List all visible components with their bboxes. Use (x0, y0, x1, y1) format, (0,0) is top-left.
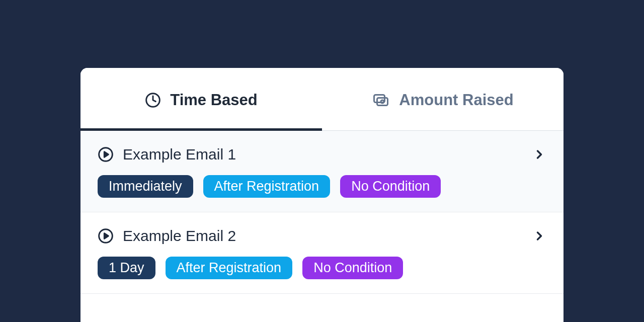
svg-marker-5 (104, 152, 108, 157)
play-circle-icon (98, 228, 114, 244)
chevron-right-icon (532, 229, 546, 243)
clock-icon (145, 92, 161, 108)
condition-badge: No Condition (340, 175, 441, 198)
play-circle-icon (98, 146, 114, 163)
email-list: Example Email 1 Immediately After Regist… (80, 131, 564, 294)
svg-marker-7 (104, 233, 108, 239)
tab-label: Amount Raised (399, 91, 513, 109)
email-header: Example Email 2 (98, 227, 546, 245)
tab-amount-raised[interactable]: Amount Raised (322, 68, 564, 130)
chevron-right-icon (532, 147, 546, 162)
email-title: Example Email 1 (123, 146, 523, 163)
timing-badge: Immediately (98, 175, 193, 198)
tab-bar: Time Based Amount Raised (80, 68, 564, 131)
tab-label: Time Based (170, 91, 257, 109)
timing-badge: 1 Day (98, 257, 155, 279)
money-icon (372, 91, 390, 109)
email-title: Example Email 2 (123, 227, 523, 245)
email-automation-card: Time Based Amount Raised (80, 68, 564, 322)
email-header: Example Email 1 (98, 146, 546, 163)
trigger-badge: After Registration (166, 257, 293, 279)
badge-row: Immediately After Registration No Condit… (98, 175, 546, 198)
email-item[interactable]: Example Email 2 1 Day After Registration… (80, 212, 564, 294)
badge-row: 1 Day After Registration No Condition (98, 257, 546, 279)
trigger-badge: After Registration (203, 175, 331, 198)
condition-badge: No Condition (302, 257, 403, 279)
tab-time-based[interactable]: Time Based (80, 68, 322, 130)
email-item[interactable]: Example Email 1 Immediately After Regist… (80, 131, 564, 212)
